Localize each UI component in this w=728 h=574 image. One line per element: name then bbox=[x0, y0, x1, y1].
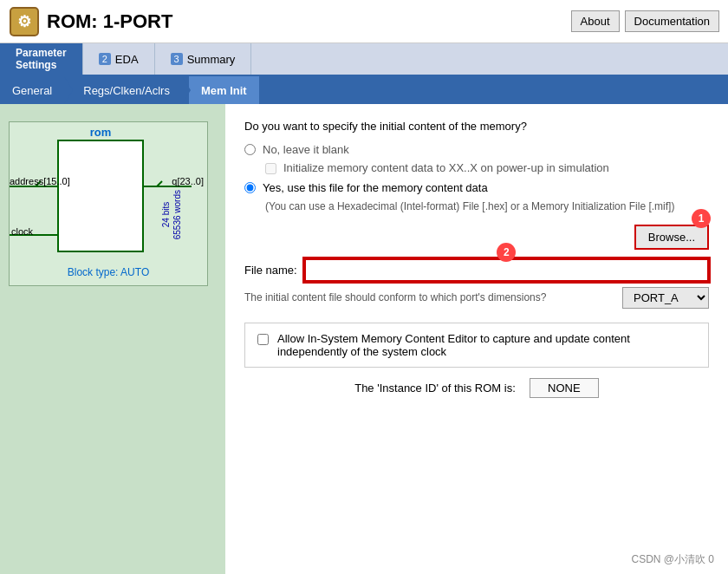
tab-eda-num: 2 bbox=[99, 53, 111, 65]
checkbox-section: Allow In-System Memory Content Editor to… bbox=[244, 323, 709, 368]
filename-badge-container: 2 bbox=[304, 258, 709, 282]
block-type-label: Block type: AUTO bbox=[10, 266, 207, 278]
option-sim-label: Initialize memory content data to XX..X … bbox=[283, 161, 609, 174]
option-yes-row[interactable]: Yes, use this file for the memory conten… bbox=[244, 181, 709, 194]
rom-q-label: q[23..0] bbox=[172, 176, 204, 186]
browse-badge-wrapper: 1 Browse... bbox=[634, 225, 709, 250]
option-yes-radio[interactable] bbox=[244, 182, 256, 193]
right-panel: Do you want to specify the initial conte… bbox=[225, 104, 728, 574]
port-row: The initial content file should conform … bbox=[244, 287, 709, 309]
instance-label: The 'Instance ID' of this ROM is: bbox=[354, 382, 516, 395]
filename-input[interactable] bbox=[304, 258, 709, 282]
tab-summary[interactable]: 3 Summary bbox=[155, 43, 252, 75]
breadcrumb: General Regs/Clken/Aclrs Mem Init bbox=[0, 76, 728, 104]
rom-diagram: rom 24 bits65536 words address[1 bbox=[9, 121, 208, 286]
svg-text:⚙: ⚙ bbox=[17, 13, 31, 30]
tab-eda[interactable]: 2 EDA bbox=[83, 43, 155, 75]
option-no-row[interactable]: No, leave it blank bbox=[244, 143, 709, 156]
rom-wires bbox=[10, 122, 209, 287]
port-question: The initial content file should conform … bbox=[244, 291, 622, 305]
insystem-checkbox[interactable] bbox=[257, 334, 269, 345]
documentation-button[interactable]: Documentation bbox=[625, 10, 719, 32]
page-title: ROM: 1-PORT bbox=[47, 10, 566, 33]
breadcrumb-meminit[interactable]: Mem Init bbox=[189, 76, 259, 104]
tab-summary-num: 3 bbox=[171, 53, 183, 65]
instance-row: The 'Instance ID' of this ROM is: NONE bbox=[244, 378, 709, 398]
sub-option-sim-row: Initialize memory content data to XX..X … bbox=[265, 161, 709, 174]
left-panel: rom 24 bits65536 words address[1 bbox=[0, 104, 225, 574]
breadcrumb-regs[interactable]: Regs/Clken/Aclrs bbox=[71, 76, 182, 104]
main-content: rom 24 bits65536 words address[1 bbox=[0, 104, 728, 574]
about-button[interactable]: About bbox=[571, 10, 620, 32]
insystem-label: Allow In-System Memory Content Editor to… bbox=[277, 332, 696, 358]
rom-address-label: address[15..0] bbox=[10, 176, 70, 186]
filename-badge: 2 bbox=[497, 243, 516, 262]
hint-text: (You can use a Hexadecimal (Intel-format… bbox=[265, 199, 709, 214]
filename-row: File name: 2 bbox=[244, 258, 709, 282]
browse-container: 1 Browse... bbox=[244, 225, 709, 250]
option-no-radio[interactable] bbox=[244, 144, 256, 155]
tab-param-label: ParameterSettings bbox=[16, 47, 67, 72]
tab-bar: ParameterSettings 2 EDA 3 Summary bbox=[0, 43, 728, 76]
option-sim-checkbox[interactable] bbox=[265, 163, 276, 174]
tab-parameter-settings[interactable]: ParameterSettings bbox=[0, 43, 83, 75]
option-no-label: No, leave it blank bbox=[263, 143, 349, 156]
option-yes-label: Yes, use this file for the memory conten… bbox=[263, 181, 488, 194]
filename-label: File name: bbox=[244, 264, 297, 277]
port-select[interactable]: PORT_A PORT_B bbox=[622, 287, 709, 309]
section-question: Do you want to specify the initial conte… bbox=[244, 120, 709, 133]
watermark: CSDN @小清吹 0 bbox=[631, 552, 714, 567]
browse-button[interactable]: Browse... bbox=[634, 225, 709, 250]
instance-value: NONE bbox=[530, 378, 599, 398]
tab-eda-label: EDA bbox=[115, 53, 139, 66]
tab-summary-label: Summary bbox=[187, 53, 236, 66]
app-header: ⚙ ROM: 1-PORT About Documentation bbox=[0, 0, 728, 43]
breadcrumb-general[interactable]: General bbox=[0, 76, 64, 104]
rom-clock-label: clock bbox=[11, 226, 33, 261]
app-logo: ⚙ bbox=[9, 6, 40, 37]
browse-badge: 1 bbox=[692, 209, 711, 228]
